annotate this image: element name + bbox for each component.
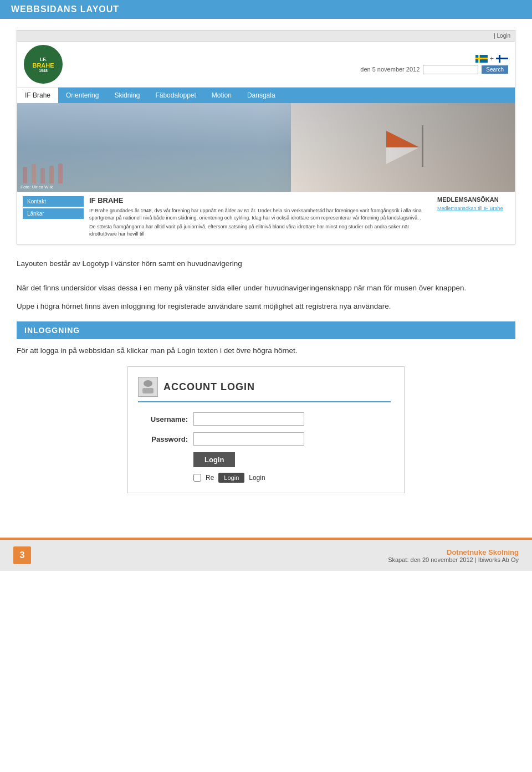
svg-rect-5 bbox=[142, 388, 154, 393]
sidebar-btn-lankar[interactable]: Länkar bbox=[23, 208, 84, 219]
mockup-logo-inner: I.F. BRAHE 1948 bbox=[32, 57, 54, 73]
mockup-hero: Foto: Ulrica Wiik bbox=[17, 103, 515, 192]
page-header: WEBBSIDANS LAYOUT bbox=[0, 0, 532, 19]
mockup-content: Kontakt Länkar IF BRAHE IF Brahe grundad… bbox=[17, 192, 515, 244]
mockup-membership-link[interactable]: Medlemsansökan till IF Brahe bbox=[437, 206, 503, 211]
username-input[interactable] bbox=[193, 412, 304, 426]
layout-text1: Layouten består av Logotyp i vänster hör… bbox=[17, 258, 515, 270]
layout-text2: När det finns undersidor visas dessa i e… bbox=[17, 282, 515, 294]
hero-right-image bbox=[291, 103, 515, 192]
login-button[interactable]: Login bbox=[193, 452, 235, 467]
mockup-main-heading: IF BRAHE bbox=[89, 196, 432, 204]
account-login-icon bbox=[138, 377, 158, 397]
mockup-date-search: den 5 november 2012 Search bbox=[360, 65, 508, 74]
logo-if-text: I.F. bbox=[32, 57, 54, 62]
remember-label: Re bbox=[206, 474, 214, 482]
flag-finland-icon[interactable] bbox=[496, 55, 508, 63]
username-label: Username: bbox=[138, 415, 188, 423]
mockup-nav: IF Brahe Orientering Skidning Fäbodalopp… bbox=[17, 88, 515, 103]
login-link[interactable]: | Login bbox=[494, 33, 510, 39]
mockup-search-input[interactable] bbox=[423, 65, 478, 74]
svg-rect-4 bbox=[144, 380, 152, 387]
mockup-main-para1: IF Brahe grundades år 1948, dvs vår före… bbox=[89, 207, 432, 221]
mockup-flags: + bbox=[475, 55, 508, 63]
nav-item-orientering[interactable]: Orientering bbox=[58, 88, 106, 103]
layout-text3: Uppe i högra hörnet finns även inloggnin… bbox=[17, 300, 515, 313]
main-content: | Login I.F. BRAHE 1948 + den 5 bbox=[0, 19, 532, 521]
login-tooltip[interactable]: Login bbox=[218, 473, 244, 483]
page-header-title: WEBBSIDANS LAYOUT bbox=[11, 4, 119, 14]
mockup-browser-bar: | Login bbox=[17, 30, 515, 42]
login-password-row: Password: bbox=[138, 432, 391, 446]
mockup-logo: I.F. BRAHE 1948 bbox=[24, 45, 63, 84]
remember-checkbox[interactable] bbox=[193, 474, 201, 482]
footer-info: Skapat: den 20 november 2012 | Ibiworks … bbox=[388, 556, 519, 563]
account-login-header: ACCOUNT LOGIN bbox=[138, 377, 391, 402]
login-description: För att logga in på webbsidan så klickar… bbox=[17, 345, 515, 357]
photo-credit: Foto: Ulrica Wiik bbox=[21, 185, 53, 190]
mockup-main-para2: De största framgångarna har alltid varit… bbox=[89, 223, 432, 237]
layout-description: Layouten består av Logotyp i vänster hör… bbox=[17, 258, 515, 294]
account-login-box: ACCOUNT LOGIN Username: Password: Login … bbox=[127, 366, 405, 493]
account-login-title: ACCOUNT LOGIN bbox=[163, 381, 255, 393]
mockup-right-section: MEDLEMSANSÖKAN Medlemsansökan till IF Br… bbox=[437, 196, 509, 239]
nav-item-skidning[interactable]: Skidning bbox=[106, 88, 147, 103]
mockup-search-button[interactable]: Search bbox=[482, 65, 508, 74]
mockup-sidebar: Kontakt Länkar bbox=[23, 196, 84, 239]
hero-left-image: Foto: Ulrica Wiik bbox=[17, 103, 291, 192]
inloggning-heading: INLOGGNING bbox=[17, 321, 515, 339]
mockup-site-header: I.F. BRAHE 1948 + den 5 november 2012 Se… bbox=[17, 42, 515, 88]
sidebar-btn-kontakt[interactable]: Kontakt bbox=[23, 196, 84, 207]
login-username-row: Username: bbox=[138, 412, 391, 426]
mockup-date-text: den 5 november 2012 bbox=[360, 66, 420, 73]
nav-item-fabodaloppet[interactable]: Fäbodaloppet bbox=[147, 88, 203, 103]
logo-brahe-text: BRAHE bbox=[32, 62, 54, 69]
page-footer: 3 Dotnetnuke Skolning Skapat: den 20 nov… bbox=[0, 538, 532, 571]
nav-item-dansgala[interactable]: Dansgala bbox=[239, 88, 283, 103]
mockup-header-right: + den 5 november 2012 Search bbox=[63, 55, 508, 74]
login-remember-row: Re Login Login bbox=[193, 473, 391, 483]
flag-sweden-icon[interactable] bbox=[475, 55, 488, 63]
mockup-right-heading: MEDLEMSANSÖKAN bbox=[437, 196, 509, 203]
nav-item-motion[interactable]: Motion bbox=[204, 88, 239, 103]
flag-separator: + bbox=[490, 55, 494, 63]
login-text: Login bbox=[249, 474, 265, 482]
nav-item-if-brahe[interactable]: IF Brahe bbox=[17, 88, 58, 103]
footer-company: Dotnetnuke Skolning bbox=[388, 548, 519, 556]
password-input[interactable] bbox=[193, 432, 304, 446]
mockup-main-content: IF BRAHE IF Brahe grundades år 1948, dvs… bbox=[84, 196, 437, 239]
layout-text3-container: Uppe i högra hörnet finns även inloggnin… bbox=[17, 300, 515, 313]
footer-text: Dotnetnuke Skolning Skapat: den 20 novem… bbox=[388, 548, 519, 563]
password-label: Password: bbox=[138, 435, 188, 443]
user-icon bbox=[141, 379, 155, 395]
footer-page-number: 3 bbox=[13, 546, 31, 564]
website-mockup: | Login I.F. BRAHE 1948 + den 5 bbox=[17, 30, 515, 244]
logo-year-text: 1948 bbox=[32, 69, 54, 73]
